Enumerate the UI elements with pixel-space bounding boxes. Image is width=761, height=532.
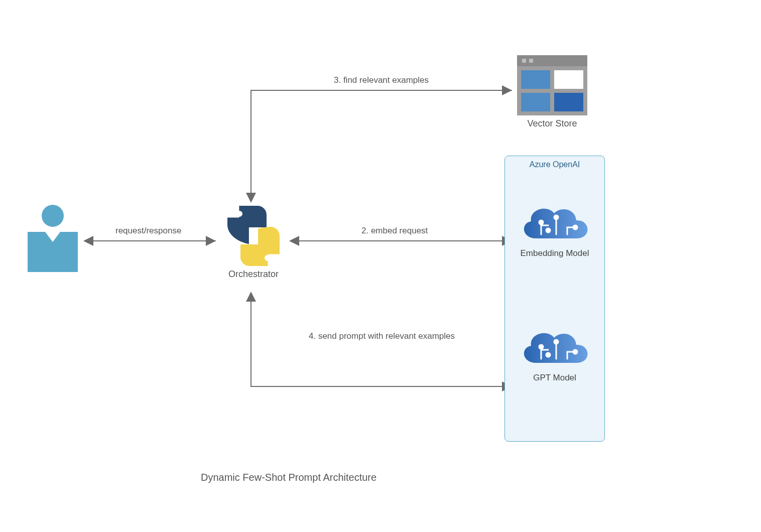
diagram-caption: Dynamic Few-Shot Prompt Architecture	[201, 472, 376, 483]
svg-point-2	[573, 225, 577, 229]
node-vector-store: Vector Store	[512, 55, 592, 129]
azure-openai-title: Azure OpenAI	[512, 160, 597, 169]
node-gpt-model: GPT Model	[512, 324, 597, 383]
svg-point-3	[546, 228, 550, 232]
cloud-icon	[517, 199, 592, 244]
orchestrator-label: Orchestrator	[216, 269, 291, 280]
gpt-model-label: GPT Model	[512, 373, 597, 383]
edge-label-find-examples: 3. find relevant examples	[334, 75, 429, 85]
diagram-canvas: request/response 2. embed request 3. fin…	[0, 0, 761, 532]
svg-point-7	[546, 353, 550, 357]
cloud-icon	[517, 324, 592, 369]
embedding-model-label: Embedding Model	[512, 248, 597, 258]
azure-openai-panel: Azure OpenAI Embedding Model	[504, 156, 605, 442]
node-embedding-model: Embedding Model	[512, 199, 597, 258]
svg-point-1	[554, 215, 558, 219]
vector-store-icon	[517, 55, 587, 115]
edge-label-embed-request: 2. embed request	[361, 226, 428, 236]
svg-point-0	[539, 220, 543, 224]
edge-orchestrator-vectorstore	[251, 90, 512, 201]
svg-point-5	[554, 340, 558, 344]
python-logo-icon	[223, 206, 284, 266]
user-icon	[25, 205, 80, 272]
edge-label-request-response: request/response	[115, 226, 181, 236]
svg-point-4	[539, 345, 543, 349]
node-user	[25, 205, 80, 272]
vector-store-label: Vector Store	[512, 118, 592, 129]
svg-point-6	[573, 350, 577, 354]
edge-label-send-prompt: 4. send prompt with relevant examples	[309, 331, 455, 341]
node-orchestrator: Orchestrator	[216, 206, 291, 280]
